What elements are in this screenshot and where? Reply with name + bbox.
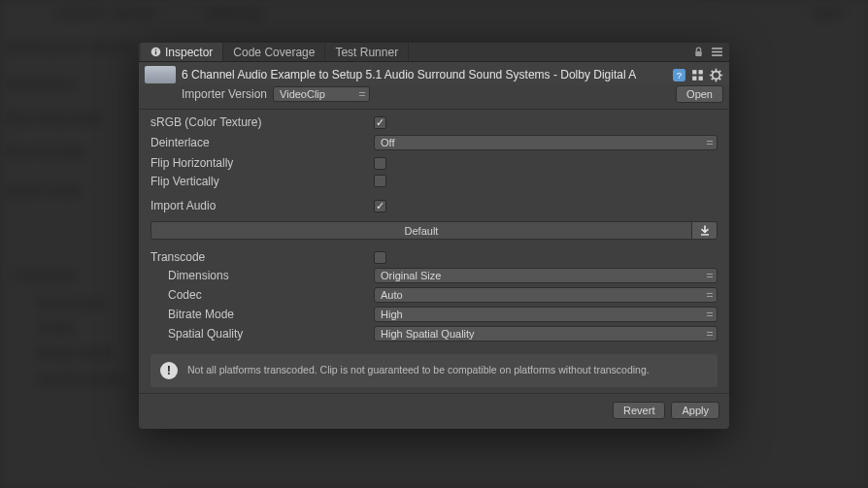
- svg-rect-22: [701, 234, 709, 235]
- flip-h-checkbox[interactable]: [374, 157, 386, 170]
- import-audio-checkbox[interactable]: [374, 200, 386, 212]
- flip-v-checkbox[interactable]: [374, 175, 386, 187]
- svg-rect-11: [692, 76, 696, 80]
- tab-label: Test Runner: [335, 46, 398, 59]
- svg-line-21: [719, 70, 721, 72]
- flip-h-label: Flip Horizontally: [150, 156, 374, 170]
- row-flip-v: Flip Vertically: [139, 173, 729, 192]
- footer: Revert Apply: [139, 393, 729, 429]
- tab-test-runner[interactable]: Test Runner: [325, 43, 409, 61]
- svg-line-20: [712, 78, 714, 80]
- row-dimensions: Dimensions Original Size: [139, 267, 729, 286]
- deinterlace-select[interactable]: Off: [374, 135, 718, 150]
- srgb-checkbox[interactable]: [374, 116, 386, 129]
- dimensions-label: Dimensions: [150, 269, 374, 282]
- warning-icon: !: [160, 362, 178, 379]
- transcode-label: Transcode: [150, 250, 374, 264]
- lock-icon[interactable]: [692, 46, 705, 58]
- platform-default-tab[interactable]: Default: [151, 225, 691, 237]
- svg-rect-6: [712, 54, 722, 56]
- warning-box: ! Not all platforms transcoded. Clip is …: [150, 354, 718, 387]
- importer-version-label: Importer Version: [182, 87, 267, 101]
- spatial-label: Spatial Quality: [150, 327, 374, 341]
- tab-label: Code Coverage: [233, 46, 315, 59]
- menu-icon[interactable]: [711, 46, 723, 58]
- gear-icon[interactable]: [709, 68, 723, 82]
- codec-label: Codec: [150, 288, 374, 302]
- flip-v-label: Flip Vertically: [150, 175, 374, 188]
- apply-button[interactable]: Apply: [671, 402, 719, 419]
- tab-bar: Inspector Code Coverage Test Runner: [139, 43, 729, 62]
- svg-rect-5: [712, 51, 722, 53]
- tab-code-coverage[interactable]: Code Coverage: [223, 43, 325, 61]
- import-audio-label: Import Audio: [150, 199, 374, 212]
- spatial-select[interactable]: High Spatial Quality: [374, 326, 718, 342]
- open-button[interactable]: Open: [676, 85, 723, 103]
- svg-point-13: [713, 71, 720, 79]
- revert-button[interactable]: Revert: [613, 402, 665, 419]
- svg-text:?: ?: [677, 70, 682, 81]
- asset-title: 6 Channel Audio Example to Setup 5.1 Aud…: [182, 68, 666, 81]
- importer-version-row: Importer Version VideoClip Open: [139, 85, 729, 107]
- asset-header: 6 Channel Audio Example to Setup 5.1 Aud…: [139, 62, 729, 85]
- row-import-audio: Import Audio: [139, 196, 729, 215]
- bitrate-select[interactable]: High: [374, 307, 718, 322]
- svg-rect-9: [692, 70, 696, 74]
- tab-inspector[interactable]: Inspector: [141, 43, 223, 61]
- svg-rect-2: [155, 49, 156, 49]
- deinterlace-label: Deinterlace: [150, 136, 374, 149]
- row-flip-h: Flip Horizontally: [139, 153, 729, 173]
- platform-tab-bar: Default: [150, 221, 718, 240]
- transcode-checkbox[interactable]: [374, 251, 386, 264]
- inspector-panel: Inspector Code Coverage Test Runner 6 Ch…: [139, 43, 729, 429]
- info-icon: [150, 47, 161, 57]
- svg-line-18: [712, 70, 714, 72]
- svg-rect-1: [155, 51, 156, 55]
- codec-select[interactable]: Auto: [374, 287, 718, 303]
- row-spatial: Spatial Quality High Spatial Quality: [139, 325, 729, 344]
- svg-rect-10: [699, 70, 703, 74]
- srgb-label: sRGB (Color Texture): [150, 115, 374, 129]
- tab-label: Inspector: [165, 46, 213, 59]
- svg-rect-3: [695, 51, 702, 56]
- row-deinterlace: Deinterlace Off: [139, 132, 729, 153]
- svg-rect-12: [699, 76, 703, 80]
- asset-thumbnail: [145, 66, 176, 83]
- help-icon[interactable]: ?: [672, 68, 686, 82]
- row-bitrate: Bitrate Mode High: [139, 306, 729, 325]
- preset-icon[interactable]: [690, 68, 705, 82]
- importer-version-select[interactable]: VideoClip: [273, 86, 370, 102]
- row-transcode: Transcode: [139, 247, 729, 267]
- row-codec: Codec Auto: [139, 286, 729, 306]
- download-icon[interactable]: [691, 222, 717, 239]
- warning-text: Not all platforms transcoded. Clip is no…: [187, 364, 650, 377]
- svg-rect-4: [712, 48, 722, 49]
- dimensions-select[interactable]: Original Size: [374, 268, 718, 283]
- row-srgb: sRGB (Color Texture): [139, 109, 729, 132]
- svg-line-19: [719, 78, 721, 80]
- bitrate-label: Bitrate Mode: [150, 308, 374, 321]
